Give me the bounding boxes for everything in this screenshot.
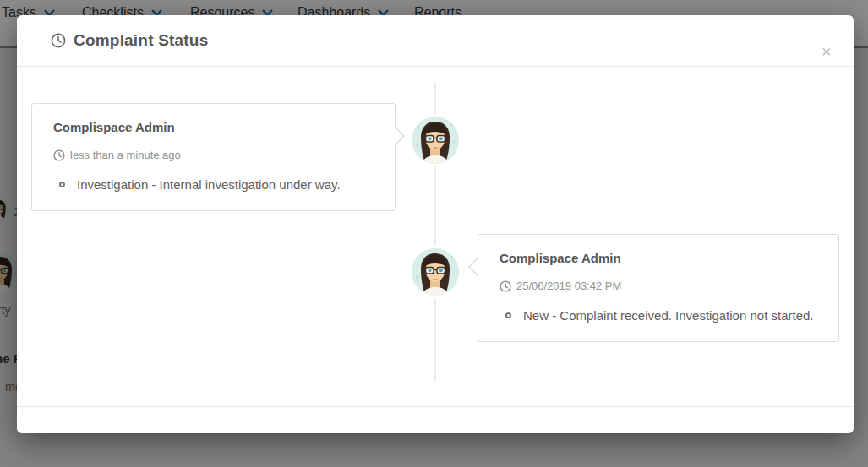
clock-icon [53,149,65,161]
entry-status-text: New - Complaint received. Investigation … [523,308,814,323]
modal-footer [17,406,854,432]
close-icon[interactable]: × [822,42,832,60]
entry-author: Complispace Admin [500,251,818,265]
clock-icon [51,33,66,48]
bullet-icon [59,182,65,187]
entry-status-text: Investigation - Internal investigation u… [77,177,341,192]
avatar [412,117,459,164]
modal-header: Complaint Status × [17,15,854,67]
timeline-entry-card: Complispace Admin less than a minute ago… [31,103,396,211]
bullet-icon [505,312,511,318]
entry-author: Complispace Admin [53,120,374,134]
card-arrow [468,257,478,277]
entry-timestamp: 25/06/2019 03:42 PM [516,280,621,292]
modal-title: Complaint Status [74,31,208,50]
timeline-entry-card: Complispace Admin 25/06/2019 03:42 PM Ne… [478,234,839,342]
avatar [412,248,459,296]
card-arrow [395,126,405,146]
clock-icon [500,280,511,292]
entry-timestamp: less than a minute ago [70,149,181,161]
complaint-status-modal: Complaint Status × Complispace Admin les… [17,15,854,433]
timeline: Complispace Admin less than a minute ago… [17,67,854,406]
